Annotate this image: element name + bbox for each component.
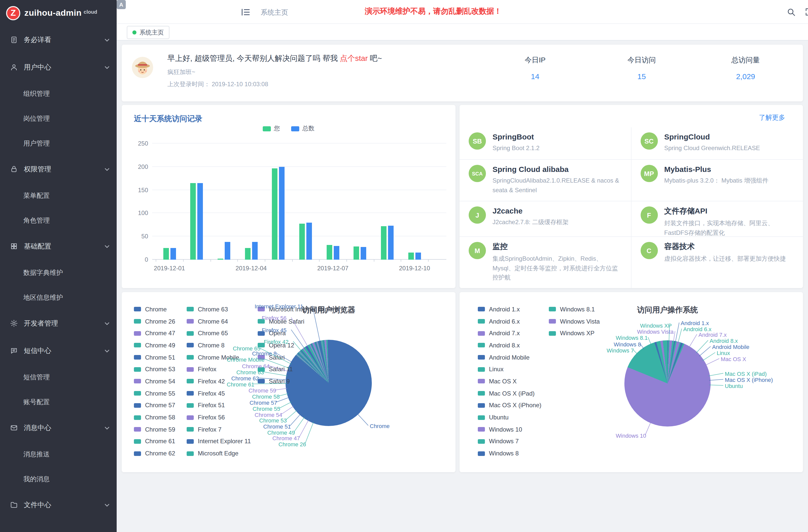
sidebar-item-短信中心[interactable]: 短信中心 [0, 337, 117, 365]
legend-swatch [187, 391, 194, 396]
chevron-down-icon [105, 349, 110, 352]
search-icon[interactable] [786, 7, 796, 17]
sidebar-item-务必详看[interactable]: 务必详看 [0, 26, 117, 54]
legend-item-Chrome 57[interactable]: Chrome 57 [134, 399, 175, 411]
legend-item-Internet Explorer 11[interactable]: Internet Explorer 11 [187, 435, 251, 447]
legend-item-总数[interactable]: 总数 [291, 124, 314, 133]
legend-item-Chrome 62[interactable]: Chrome 62 [134, 447, 175, 459]
bar-您 [381, 226, 386, 260]
legend-item-Android 1.x[interactable]: Android 1.x [478, 303, 541, 315]
legend-item-Mac OS X (iPad)[interactable]: Mac OS X (iPad) [478, 387, 541, 399]
legend-item-Chrome 51[interactable]: Chrome 51 [134, 351, 175, 363]
legend-item-Android Mobile[interactable]: Android Mobile [478, 351, 541, 363]
legend-item-Chrome 61[interactable]: Chrome 61 [134, 435, 175, 447]
sidebar-subitem-用户管理[interactable]: 用户管理 [0, 131, 117, 156]
sidebar-item-label: 文件中心 [24, 500, 102, 510]
chevron-down-icon [105, 503, 110, 507]
sidebar-item-开发者管理[interactable]: 开发者管理 [0, 310, 117, 337]
feature-Mybatis-Plus[interactable]: MPMybatis-PlusMybatis-plus 3.2.0： Mybati… [631, 160, 803, 201]
legend-item-Ubuntu[interactable]: Ubuntu [478, 411, 541, 423]
sidebar-item-权限管理[interactable]: 权限管理 [0, 156, 117, 183]
x-axis-tick [319, 260, 320, 262]
legend-swatch [187, 307, 194, 312]
legend-item-Safari 11[interactable]: Safari 11 [258, 363, 340, 375]
x-axis-tick-label: 2019-12-01 [148, 265, 191, 272]
menu-fold-icon[interactable] [240, 7, 251, 17]
legend-item-Windows 7[interactable]: Windows 7 [478, 435, 541, 447]
legend-item-Chrome 26[interactable]: Chrome 26 [134, 315, 175, 327]
legend-item-Microsoft Edge[interactable]: Microsoft Edge [187, 447, 251, 459]
legend-item-Chrome[interactable]: Chrome [134, 303, 175, 315]
feature-容器技术[interactable]: C容器技术虚拟化容器技术，让迁移、部署更加方便快捷 [631, 237, 803, 288]
legend-item-Mac OS X[interactable]: Mac OS X [478, 375, 541, 387]
legend-label: Chrome 51 [145, 354, 175, 361]
legend-label: Windows XP [560, 330, 594, 337]
legend-item-Windows XP[interactable]: Windows XP [549, 327, 600, 339]
legend-item-Chrome 59[interactable]: Chrome 59 [134, 423, 175, 435]
legend-item-Firefox 7[interactable]: Firefox 7 [187, 423, 251, 435]
legend-item-Android 6.x[interactable]: Android 6.x [478, 315, 541, 327]
legend-item-Chrome 55[interactable]: Chrome 55 [134, 387, 175, 399]
legend-item-Linux[interactable]: Linux [478, 363, 541, 375]
app-logo[interactable]: Z zuihou-admin cloud [0, 0, 117, 26]
sidebar-subitem-菜单配置[interactable]: 菜单配置 [0, 183, 117, 208]
sidebar-subitem-地区信息维护[interactable]: 地区信息维护 [0, 285, 117, 310]
sidebar-item-基础配置[interactable]: 基础配置 [0, 233, 117, 260]
legend-item-Windows 10[interactable]: Windows 10 [478, 423, 541, 435]
learn-more-link[interactable]: 了解更多 [759, 113, 785, 122]
legend-item-Windows 8.1[interactable]: Windows 8.1 [549, 303, 600, 315]
feature-J2cache[interactable]: JJ2cacheJ2cache2.7.8: 二级缓存框架 [460, 201, 631, 237]
legend-item-Firefox 45[interactable]: Firefox 45 [187, 387, 251, 399]
sidebar-subitem-组织管理[interactable]: 组织管理 [0, 81, 117, 106]
sidebar-subitem-数据字典维护[interactable]: 数据字典维护 [0, 260, 117, 285]
sidebar-subitem-消息推送[interactable]: 消息推送 [0, 442, 117, 466]
legend-item-Windows Vista[interactable]: Windows Vista [549, 315, 600, 327]
sidebar-subitem-岗位管理[interactable]: 岗位管理 [0, 106, 117, 131]
legend-item-Chrome 49[interactable]: Chrome 49 [134, 339, 175, 351]
gridline [152, 166, 446, 167]
legend-swatch [134, 403, 141, 408]
legend-item-Firefox 56[interactable]: Firefox 56 [187, 411, 251, 423]
legend-item-Chrome 54[interactable]: Chrome 54 [134, 375, 175, 387]
legend-item-Windows 8[interactable]: Windows 8 [478, 447, 541, 459]
legend-swatch [134, 439, 141, 444]
legend-item-Chrome 47[interactable]: Chrome 47 [134, 327, 175, 339]
visits-bar-chart: 0501001502002502019-12-012019-12-042019-… [152, 144, 446, 260]
sidebar-item-文件中心[interactable]: 文件中心 [0, 491, 117, 519]
gridline [152, 143, 446, 144]
sidebar-subitem-短信管理[interactable]: 短信管理 [0, 365, 117, 389]
sidebar-subitem-我的消息[interactable]: 我的消息 [0, 466, 117, 491]
legend-item-Mac OS X (iPhone)[interactable]: Mac OS X (iPhone) [478, 399, 541, 411]
legend-label: Windows 7 [489, 438, 519, 445]
legend-item-Chrome 58[interactable]: Chrome 58 [134, 411, 175, 423]
star-link[interactable]: 点个star [340, 54, 368, 62]
sidebar-subitem-角色管理[interactable]: 角色管理 [0, 208, 117, 233]
legend-item-Chrome 53[interactable]: Chrome 53 [134, 363, 175, 375]
os-pie-chart [624, 340, 711, 426]
legend-item-Chrome 64[interactable]: Chrome 64 [187, 315, 251, 327]
sidebar-subitem-账号配置[interactable]: 账号配置 [0, 389, 117, 414]
legend-item-Safari 9[interactable]: Safari 9 [258, 375, 340, 387]
legend-item-Android 8.x[interactable]: Android 8.x [478, 339, 541, 351]
breadcrumb[interactable]: 系统主页 [261, 8, 288, 17]
legend-item-Chrome 63[interactable]: Chrome 63 [187, 303, 251, 315]
sidebar-item-消息中心[interactable]: 消息中心 [0, 414, 117, 442]
legend-swatch [478, 451, 485, 456]
feature-SpringCloud[interactable]: SCSpringCloudSpring Cloud Greenwich.RELE… [631, 127, 803, 160]
legend-item-Chrome 65[interactable]: Chrome 65 [187, 327, 251, 339]
fullscreen-icon[interactable] [805, 7, 808, 17]
feature-Spring Cloud alibaba[interactable]: SCASpring Cloud alibabaSpringCloudAlibab… [460, 160, 631, 201]
legend-item-您[interactable]: 您 [263, 124, 280, 133]
legend-label: Firefox 51 [198, 402, 225, 409]
sidebar-item-用户中心[interactable]: 用户中心 [0, 54, 117, 81]
feature-文件存储API[interactable]: F文件存储API封装文件接口，实现本地存储、阿里云、FastDFS存储的配置化 [631, 201, 803, 237]
feature-监控[interactable]: M监控集成SpringBootAdmin、Zipkin、Redis、Mysql、… [460, 237, 631, 288]
feature-SpringBoot[interactable]: SBSpringBootSpring Boot 2.1.2 [460, 127, 631, 160]
font-size-icon[interactable]: A [117, 0, 126, 9]
pie-label-Chrome 59: Chrome 59 [249, 387, 276, 393]
stat-value: 14 [505, 72, 566, 81]
logo-badge: cloud [84, 9, 97, 15]
legend-item-Android 7.x[interactable]: Android 7.x [478, 327, 541, 339]
legend-item-Firefox 51[interactable]: Firefox 51 [187, 399, 251, 411]
tab-home[interactable]: 系统主页 [127, 26, 169, 39]
